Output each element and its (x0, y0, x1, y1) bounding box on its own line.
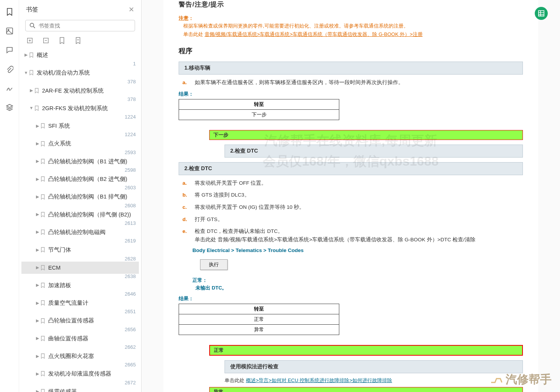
page-number: 2656 (125, 327, 136, 332)
warn-link[interactable]: 音频/视频/车载通信系统>车载通信系统>车载通信系统（带车载通信收发器、除 G-… (205, 31, 423, 37)
tree-label: 节气门体 (48, 246, 137, 254)
tree-item[interactable]: ▶概述 (21, 49, 139, 61)
tree-item[interactable]: ▶曲轴位置传感器 (21, 332, 139, 345)
bookmark-tab-icon[interactable] (5, 7, 15, 17)
caret-icon[interactable]: ▶ (35, 353, 40, 359)
page-number: 378 (127, 96, 136, 102)
dtc-link[interactable]: 音频/视频/车载通信系统>车载通信系统>车载通信系统（带车载通信收发器、除 G-… (218, 237, 475, 242)
page-number: 2593 (125, 150, 136, 155)
tree-item[interactable]: ▶2AR-FE 发动机控制系统 (21, 85, 139, 97)
bookmark-icon (41, 371, 46, 376)
tree-item[interactable]: ▶SFI 系统 (21, 120, 139, 132)
bookmark-icon (41, 212, 46, 217)
layers-tab-icon[interactable] (5, 102, 15, 112)
attach-tab-icon[interactable] (5, 64, 15, 74)
tree-item[interactable]: ▶凸轮轴机油控制阀（B1 进气侧) (21, 155, 139, 168)
caret-icon[interactable]: ▶ (35, 300, 40, 306)
tree-item[interactable]: ▶凸轮轴机油控制阀（B2 进气侧) (21, 173, 139, 185)
caret-icon[interactable]: ▶ (35, 194, 40, 200)
bookmark-tree[interactable]: ▶概述1▼发动机/混合动力系统378▶2AR-FE 发动机控制系统378▼2GR… (19, 49, 141, 392)
collapse-all-icon[interactable] (42, 37, 50, 44)
tree-item[interactable]: ▶加速踏板 (21, 279, 139, 291)
bookmark-icon (41, 283, 46, 288)
tree-item[interactable]: ▶凸轮轴机油控制阀（排气侧 (B2)) (21, 208, 139, 221)
tree-label: 点火系统 (48, 140, 137, 147)
tree-label: 加速踏板 (48, 281, 137, 289)
result-table-1: 转至 下一步 (179, 99, 339, 120)
bookmark-sidebar: 书签 ✕ ▶概述1▼发动机/混合动力系统378▶2AR-FE 发动机控制系统37… (19, 0, 142, 392)
page-number: 1224 (125, 132, 136, 137)
page-number: 2662 (125, 344, 136, 350)
normal-branch: 正常 (209, 345, 523, 356)
page-number: 2598 (125, 167, 136, 173)
warn-heading: 注意： (179, 15, 523, 22)
tree-item[interactable]: ▶点火系统 (21, 137, 139, 150)
caret-icon[interactable]: ▶ (35, 123, 40, 129)
caret-icon[interactable]: ▼ (24, 70, 28, 76)
bookmark-icon (34, 88, 40, 93)
sidebar-title: 书签 (26, 6, 38, 14)
caret-icon[interactable]: ▶ (35, 158, 40, 164)
table-fab-icon[interactable] (535, 7, 548, 20)
tree-item[interactable]: ▶节气门体 (21, 244, 139, 256)
caret-icon[interactable]: ▶ (35, 335, 40, 341)
step2-bar: 2.检查 DTC (179, 162, 523, 175)
caret-icon[interactable]: ▶ (29, 88, 34, 93)
tree-item[interactable]: ▶ECM (21, 262, 139, 274)
caret-icon[interactable]: ▼ (29, 105, 34, 111)
image-tab-icon[interactable] (5, 26, 15, 36)
tree-item[interactable]: ▼发动机/混合动力系统 (21, 67, 139, 79)
svg-rect-5 (539, 11, 544, 16)
tree-item[interactable]: ▶凸轮轴机油控制电磁阀 (21, 226, 139, 238)
tree-item[interactable]: ▶质量空气流量计 (21, 297, 139, 309)
bookmark-icon (41, 229, 46, 235)
page-number: 2665 (125, 362, 136, 368)
next-branch: 下一步 (209, 130, 523, 140)
tree-item[interactable]: ▶凸轮轴机油控制阀（B1 排气侧) (21, 190, 139, 203)
caret-icon[interactable]: ▶ (35, 176, 40, 182)
page-number: 1224 (125, 114, 136, 120)
caret-icon[interactable]: ▶ (35, 371, 40, 377)
caret-icon[interactable]: ▶ (24, 52, 28, 58)
bm-tool2-icon[interactable] (74, 37, 82, 44)
tree-label: 2GR-FKS 发动机控制系统 (42, 104, 137, 112)
result-table-2: 转至 正常 异常 (179, 304, 339, 335)
execute-button[interactable]: 执行 (200, 259, 228, 270)
caret-icon[interactable]: ▶ (35, 265, 40, 270)
tree-label: 点火线圈和火花塞 (48, 352, 137, 360)
tree-label: 凸轮轴机油控制电磁阀 (48, 228, 137, 236)
comment-tab-icon[interactable] (5, 45, 15, 55)
bookmark-search[interactable] (25, 20, 135, 31)
bookmark-icon (29, 52, 34, 58)
bookmark-icon (41, 176, 46, 182)
tree-item[interactable]: ▼2GR-FKS 发动机控制系统 (21, 102, 139, 114)
sim-link[interactable]: 概述>导言>如何对 ECU 控制系统进行故障排除>如何进行故障排除 (246, 377, 392, 383)
caret-icon[interactable]: ▶ (35, 282, 40, 288)
page-number: 2613 (125, 220, 136, 226)
tree-item[interactable]: ▶点火线圈和火花塞 (21, 350, 139, 362)
bm-tool1-icon[interactable] (58, 37, 66, 44)
tree-item[interactable]: ▶凸轮轴位置传感器 (21, 314, 139, 327)
caret-icon[interactable]: ▶ (35, 247, 40, 253)
inner-sim: 使用模拟法进行检查 (225, 360, 523, 373)
close-icon[interactable]: ✕ (129, 5, 134, 14)
tree-label: 凸轮轴位置传感器 (48, 317, 137, 324)
bookmark-icon (41, 336, 46, 341)
tree-label: 发动机/混合动力系统 (37, 69, 137, 76)
tree-item[interactable]: ▶爆震传感器 (21, 385, 139, 392)
page-number: 2651 (125, 309, 136, 314)
search-input[interactable] (39, 23, 131, 29)
caret-icon[interactable]: ▶ (35, 211, 40, 217)
caret-icon[interactable]: ▶ (35, 318, 40, 324)
tree-label: 曲轴位置传感器 (48, 335, 137, 342)
caret-icon[interactable]: ▶ (35, 141, 40, 146)
bookmark-icon (41, 389, 46, 392)
caret-icon[interactable]: ▶ (35, 229, 40, 235)
document-view[interactable]: 警告/注意/提示 注意： 根据车辆检查或保养期间更换的零件,可能需要进行初始化、… (142, 0, 560, 392)
sign-tab-icon[interactable] (5, 83, 15, 93)
expand-all-icon[interactable] (26, 37, 34, 44)
caret-icon[interactable]: ▶ (35, 389, 40, 392)
page-number: 2619 (125, 238, 136, 244)
tree-label: 发动机冷却液温度传感器 (48, 370, 137, 377)
tree-item[interactable]: ▶发动机冷却液温度传感器 (21, 368, 139, 380)
